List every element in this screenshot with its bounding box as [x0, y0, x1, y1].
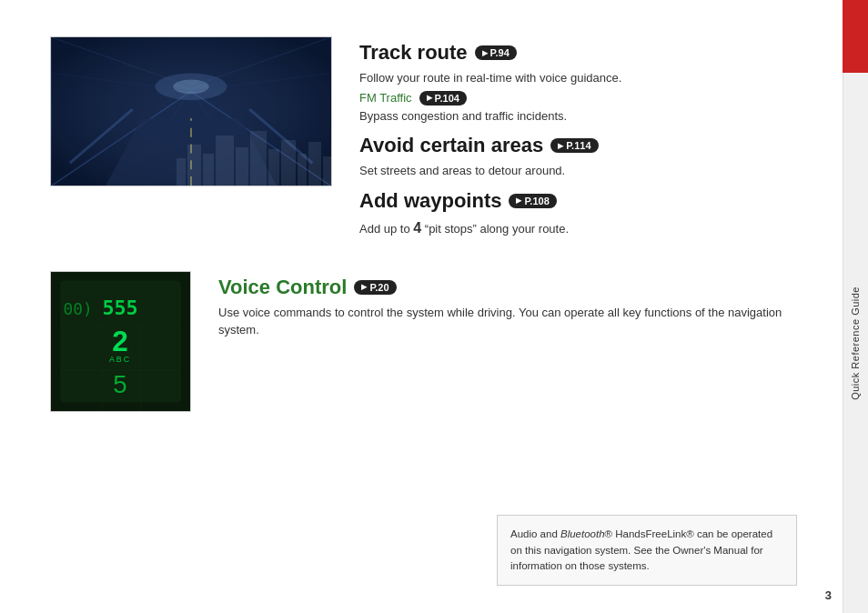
svg-rect-24: [281, 140, 296, 186]
add-waypoints-desc: Add up to 4 “pit stops” along your route…: [359, 217, 806, 239]
svg-rect-27: [323, 156, 332, 186]
add-waypoints-title: Add waypoints P.108: [359, 189, 806, 213]
svg-rect-25: [298, 154, 307, 186]
avoid-areas-desc: Set streets and areas to detour around.: [359, 162, 806, 180]
track-route-badge: P.94: [475, 45, 517, 60]
sidebar-tab-text: Quick Reference Guide: [843, 0, 868, 613]
track-route-desc: Follow your route in real-time with voic…: [359, 69, 806, 87]
track-route-label: Track route: [359, 41, 468, 65]
sidebar-tab-label: Quick Reference Guide: [850, 286, 861, 400]
waypoints-desc-before: Add up to: [359, 222, 413, 236]
voice-control-badge: P.20: [354, 280, 396, 295]
svg-rect-26: [308, 142, 321, 186]
svg-rect-20: [216, 136, 234, 186]
svg-rect-39: [60, 280, 181, 401]
fm-traffic-badge: P.104: [419, 91, 467, 106]
avoid-areas-block: Avoid certain areas P.114 Set streets an…: [359, 134, 806, 180]
add-waypoints-badge: P.108: [509, 194, 556, 208]
svg-rect-18: [187, 145, 201, 186]
track-route-title: Track route P.94: [359, 41, 806, 65]
voice-control-title: Voice Control P.20: [218, 276, 806, 299]
sidebar-tab: Quick Reference Guide: [843, 0, 868, 613]
bottom-note-text: Audio and Bluetooth® HandsFreeLink® can …: [510, 528, 772, 571]
svg-rect-19: [203, 154, 214, 186]
track-route-block: Track route P.94 Follow your route in re…: [359, 41, 806, 125]
route-info: Track route P.94 Follow your route in re…: [359, 36, 806, 248]
fm-traffic-desc: Bypass congestion and traffic incidents.: [359, 107, 806, 126]
waypoints-desc-after: “pit stops” along your route.: [421, 222, 569, 236]
page-container: Track route P.94 Follow your route in re…: [0, 0, 868, 613]
voice-info: Voice Control P.20 Use voice commands to…: [218, 271, 806, 343]
add-waypoints-block: Add waypoints P.108 Add up to 4 “pit sto…: [359, 189, 806, 239]
main-content: Track route P.94 Follow your route in re…: [0, 0, 843, 613]
tunnel-image: [50, 36, 332, 186]
svg-rect-23: [268, 149, 279, 186]
svg-rect-21: [236, 147, 248, 186]
add-waypoints-label: Add waypoints: [359, 189, 501, 213]
fm-traffic-line: FM Traffic P.104: [359, 91, 806, 106]
phone-image: 555 00) 2 ABC 5: [50, 271, 191, 412]
svg-rect-17: [177, 158, 186, 186]
avoid-areas-title: Avoid certain areas P.114: [359, 134, 806, 157]
page-number: 3: [825, 588, 832, 602]
voice-control-desc: Use voice commands to control the system…: [218, 304, 806, 339]
avoid-areas-badge: P.114: [550, 138, 598, 153]
bottom-note: Audio and Bluetooth® HandsFreeLink® can …: [497, 515, 797, 586]
bottom-section: 555 00) 2 ABC 5: [50, 271, 806, 412]
avoid-areas-label: Avoid certain areas: [359, 134, 543, 157]
waypoints-number: 4: [413, 220, 421, 236]
voice-control-label: Voice Control: [218, 276, 347, 299]
fm-traffic-label: FM Traffic: [359, 91, 412, 105]
top-section: Track route P.94 Follow your route in re…: [50, 36, 806, 248]
svg-rect-22: [250, 131, 267, 186]
